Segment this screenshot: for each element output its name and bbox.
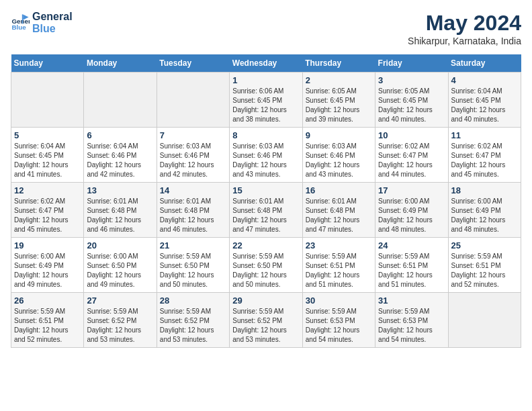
calendar-cell: [84, 73, 157, 128]
header-thursday: Thursday: [302, 54, 375, 73]
day-info: Sunrise: 6:06 AMSunset: 6:45 PMDaylight:…: [232, 87, 299, 124]
header-wednesday: Wednesday: [230, 54, 302, 73]
day-number: 8: [232, 130, 299, 140]
calendar-cell: 24Sunrise: 5:59 AMSunset: 6:51 PMDayligh…: [375, 238, 448, 293]
calendar-cell: 10Sunrise: 6:02 AMSunset: 6:47 PMDayligh…: [375, 128, 448, 183]
calendar-cell: 1Sunrise: 6:06 AMSunset: 6:45 PMDaylight…: [230, 73, 302, 128]
day-info: Sunrise: 5:59 AMSunset: 6:51 PMDaylight:…: [306, 252, 372, 289]
day-number: 19: [14, 240, 81, 250]
day-info: Sunrise: 5:59 AMSunset: 6:52 PMDaylight:…: [87, 307, 153, 345]
day-info: Sunrise: 5:59 AMSunset: 6:53 PMDaylight:…: [378, 307, 445, 345]
day-number: 6: [87, 130, 153, 140]
day-info: Sunrise: 6:01 AMSunset: 6:48 PMDaylight:…: [87, 197, 153, 234]
day-number: 30: [306, 295, 372, 306]
day-number: 24: [378, 240, 445, 250]
day-number: 14: [160, 185, 226, 195]
day-info: Sunrise: 6:01 AMSunset: 6:48 PMDaylight:…: [306, 197, 372, 234]
day-info: Sunrise: 6:03 AMSunset: 6:46 PMDaylight:…: [160, 142, 226, 179]
calendar-cell: 27Sunrise: 5:59 AMSunset: 6:52 PMDayligh…: [84, 293, 157, 348]
day-number: 10: [378, 130, 445, 140]
svg-text:Blue: Blue: [11, 23, 26, 30]
calendar-cell: 3Sunrise: 6:05 AMSunset: 6:45 PMDaylight…: [375, 73, 448, 128]
calendar-cell: [448, 293, 521, 348]
day-info: Sunrise: 5:59 AMSunset: 6:51 PMDaylight:…: [14, 307, 81, 345]
calendar-cell: 14Sunrise: 6:01 AMSunset: 6:48 PMDayligh…: [157, 183, 229, 238]
day-number: 29: [232, 295, 299, 306]
calendar-cell: 7Sunrise: 6:03 AMSunset: 6:46 PMDaylight…: [157, 128, 229, 183]
day-info: Sunrise: 6:00 AMSunset: 6:49 PMDaylight:…: [451, 197, 518, 234]
day-info: Sunrise: 6:04 AMSunset: 6:45 PMDaylight:…: [14, 142, 81, 179]
calendar-cell: 31Sunrise: 5:59 AMSunset: 6:53 PMDayligh…: [375, 293, 448, 348]
day-number: 25: [451, 240, 518, 250]
calendar-cell: 29Sunrise: 5:59 AMSunset: 6:52 PMDayligh…: [230, 293, 302, 348]
calendar-cell: 25Sunrise: 5:59 AMSunset: 6:51 PMDayligh…: [448, 238, 521, 293]
calendar-cell: 23Sunrise: 5:59 AMSunset: 6:51 PMDayligh…: [302, 238, 375, 293]
day-number: 5: [14, 130, 81, 140]
calendar-cell: 15Sunrise: 6:01 AMSunset: 6:48 PMDayligh…: [230, 183, 302, 238]
day-number: 3: [378, 75, 445, 85]
day-info: Sunrise: 6:04 AMSunset: 6:46 PMDaylight:…: [87, 142, 153, 179]
day-number: 15: [232, 185, 299, 195]
day-info: Sunrise: 6:01 AMSunset: 6:48 PMDaylight:…: [232, 197, 299, 234]
calendar-table: Sunday Monday Tuesday Wednesday Thursday…: [11, 54, 521, 348]
calendar-cell: 11Sunrise: 6:02 AMSunset: 6:47 PMDayligh…: [448, 128, 521, 183]
day-number: 9: [306, 130, 372, 140]
header-monday: Monday: [84, 54, 157, 73]
day-number: 17: [378, 185, 445, 195]
day-info: Sunrise: 5:59 AMSunset: 6:50 PMDaylight:…: [232, 252, 299, 289]
calendar-cell: 17Sunrise: 6:00 AMSunset: 6:49 PMDayligh…: [375, 183, 448, 238]
day-number: 21: [160, 240, 226, 250]
logo-icon: General Blue: [11, 13, 30, 32]
day-info: Sunrise: 6:00 AMSunset: 6:49 PMDaylight:…: [378, 197, 445, 234]
day-info: Sunrise: 5:59 AMSunset: 6:53 PMDaylight:…: [306, 307, 372, 345]
calendar-cell: 21Sunrise: 5:59 AMSunset: 6:50 PMDayligh…: [157, 238, 229, 293]
calendar-week-row: 26Sunrise: 5:59 AMSunset: 6:51 PMDayligh…: [11, 293, 521, 348]
day-number: 28: [160, 295, 226, 306]
day-info: Sunrise: 6:00 AMSunset: 6:50 PMDaylight:…: [87, 252, 153, 289]
calendar-cell: 4Sunrise: 6:04 AMSunset: 6:45 PMDaylight…: [448, 73, 521, 128]
calendar-cell: 16Sunrise: 6:01 AMSunset: 6:48 PMDayligh…: [302, 183, 375, 238]
day-number: 20: [87, 240, 153, 250]
calendar-cell: 30Sunrise: 5:59 AMSunset: 6:53 PMDayligh…: [302, 293, 375, 348]
logo-blue: Blue: [32, 23, 73, 35]
day-number: 31: [378, 295, 445, 306]
month-year-title: May 2024: [408, 11, 521, 36]
day-number: 26: [14, 295, 81, 306]
day-number: 2: [306, 75, 372, 85]
calendar-cell: 26Sunrise: 5:59 AMSunset: 6:51 PMDayligh…: [11, 293, 84, 348]
day-info: Sunrise: 6:03 AMSunset: 6:46 PMDaylight:…: [306, 142, 372, 179]
calendar-cell: 22Sunrise: 5:59 AMSunset: 6:50 PMDayligh…: [230, 238, 302, 293]
header-saturday: Saturday: [448, 54, 521, 73]
calendar-cell: 5Sunrise: 6:04 AMSunset: 6:45 PMDaylight…: [11, 128, 84, 183]
calendar-header-row: Sunday Monday Tuesday Wednesday Thursday…: [11, 54, 521, 73]
svg-rect-3: [22, 14, 23, 24]
day-info: Sunrise: 5:59 AMSunset: 6:52 PMDaylight:…: [232, 307, 299, 345]
calendar-cell: 6Sunrise: 6:04 AMSunset: 6:46 PMDaylight…: [84, 128, 157, 183]
day-number: 12: [14, 185, 81, 195]
day-info: Sunrise: 6:05 AMSunset: 6:45 PMDaylight:…: [306, 87, 372, 124]
day-info: Sunrise: 6:05 AMSunset: 6:45 PMDaylight:…: [378, 87, 445, 124]
header-sunday: Sunday: [11, 54, 84, 73]
page-header: General Blue General Blue May 2024 Shika…: [11, 11, 521, 46]
day-number: 16: [306, 185, 372, 195]
day-info: Sunrise: 6:02 AMSunset: 6:47 PMDaylight:…: [378, 142, 445, 179]
day-number: 1: [232, 75, 299, 85]
calendar-cell: 9Sunrise: 6:03 AMSunset: 6:46 PMDaylight…: [302, 128, 375, 183]
calendar-cell: [157, 73, 229, 128]
calendar-cell: 19Sunrise: 6:00 AMSunset: 6:49 PMDayligh…: [11, 238, 84, 293]
day-number: 7: [160, 130, 226, 140]
calendar-cell: 18Sunrise: 6:00 AMSunset: 6:49 PMDayligh…: [448, 183, 521, 238]
location-subtitle: Shikarpur, Karnataka, India: [408, 36, 521, 46]
day-info: Sunrise: 6:02 AMSunset: 6:47 PMDaylight:…: [14, 197, 81, 234]
day-number: 22: [232, 240, 299, 250]
calendar-cell: 20Sunrise: 6:00 AMSunset: 6:50 PMDayligh…: [84, 238, 157, 293]
logo-general: General: [32, 11, 73, 23]
calendar-cell: 2Sunrise: 6:05 AMSunset: 6:45 PMDaylight…: [302, 73, 375, 128]
day-info: Sunrise: 5:59 AMSunset: 6:51 PMDaylight:…: [451, 252, 518, 289]
calendar-cell: 13Sunrise: 6:01 AMSunset: 6:48 PMDayligh…: [84, 183, 157, 238]
header-tuesday: Tuesday: [157, 54, 229, 73]
day-number: 11: [451, 130, 518, 140]
day-info: Sunrise: 6:01 AMSunset: 6:48 PMDaylight:…: [160, 197, 226, 234]
title-area: May 2024 Shikarpur, Karnataka, India: [408, 11, 521, 46]
calendar-week-row: 12Sunrise: 6:02 AMSunset: 6:47 PMDayligh…: [11, 183, 521, 238]
